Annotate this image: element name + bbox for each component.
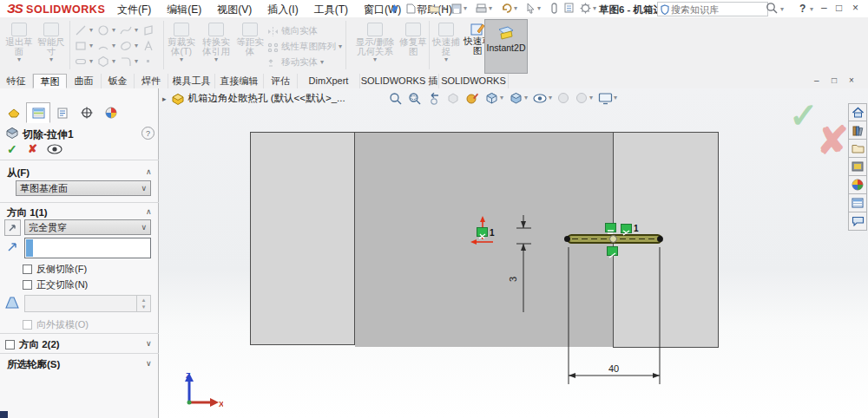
constraint-midpoint-badge[interactable] — [607, 246, 618, 256]
draft-angle-spinner[interactable]: ▴ ▾ — [24, 295, 151, 312]
chevron-up-icon[interactable]: ∧ — [146, 167, 152, 176]
select-button[interactable]: ▾ — [526, 3, 541, 14]
dimension-3[interactable] — [516, 215, 531, 312]
menu-file[interactable]: 文件(F) — [117, 3, 151, 17]
slot-center-point[interactable] — [609, 235, 617, 243]
origin-constraint-badge[interactable] — [477, 227, 488, 237]
graphics-area[interactable]: ▸ 机箱边角处散热孔 (默认<<默认>_... ▾ — [159, 88, 868, 418]
sketch-circle-tool[interactable]: ▾ — [97, 24, 115, 36]
convert-entities-button[interactable]: 转换实 体引用 ▾ — [198, 23, 234, 63]
new-document-button[interactable]: ▾ — [406, 3, 421, 14]
direction-reference-input[interactable] — [24, 238, 151, 258]
sketch-point-tool[interactable] — [142, 56, 155, 68]
window-minimize-button[interactable]: – — [821, 2, 827, 14]
custom-properties-tab-button[interactable] — [848, 194, 867, 212]
search-button[interactable] — [766, 2, 779, 18]
sketch-polygon-tool[interactable]: ▾ — [97, 56, 115, 68]
confirm-ok-button[interactable]: ✓ — [789, 95, 819, 135]
panel-help-button[interactable]: ? — [141, 127, 155, 140]
tab-evaluate[interactable]: 评估 — [264, 74, 298, 88]
help-caret-icon[interactable]: ▾ — [810, 6, 813, 13]
slot-endpoint-left[interactable] — [564, 236, 570, 242]
window-restore-button[interactable]: □ — [836, 2, 842, 14]
sketch-fillet-tool[interactable]: ▾ — [120, 56, 138, 68]
repair-sketch-button[interactable]: 修复草 图 — [398, 23, 429, 56]
menu-insert[interactable]: 插入(I) — [267, 3, 298, 17]
tab-features[interactable]: 特征 — [0, 74, 33, 88]
trim-entities-button[interactable]: 剪裁实 体(T) ▾ — [165, 23, 198, 63]
tab-direct-editing[interactable]: 直接编辑 — [215, 74, 264, 88]
pin-menubar-icon[interactable] — [389, 3, 399, 18]
sketch-text-tool[interactable] — [142, 40, 155, 52]
file-explorer-tab-button[interactable] — [848, 140, 867, 158]
spinner-buttons[interactable]: ▴ ▾ — [136, 296, 150, 311]
tab-sw-addins[interactable]: SOLIDWORKS 插件 — [360, 74, 439, 88]
direction2-checkbox[interactable]: 方向 2(2) — [5, 338, 60, 351]
dimension-40-value[interactable]: 40 — [608, 363, 619, 374]
sketch-slot-tool[interactable]: ▾ — [75, 56, 93, 68]
display-delete-relations-button[interactable]: 显示/删除 几何关系 ▾ — [351, 23, 399, 63]
search-caret-icon[interactable]: ▾ — [780, 6, 784, 13]
end-condition-combo[interactable]: 完全贯穿 ∨ — [24, 219, 151, 235]
constraint-coincident-badge[interactable] — [621, 224, 632, 233]
doc-minimize-button[interactable]: – — [814, 75, 819, 85]
sketch-arc-tool[interactable]: ▾ — [97, 40, 115, 52]
normal-cut-checkbox[interactable]: 正交切除(N) — [23, 278, 88, 291]
tab-sw-mbd[interactable]: SOLIDWORKS MBD — [439, 74, 509, 88]
attachment-icon[interactable] — [550, 3, 558, 14]
chevron-up-icon[interactable]: ∧ — [146, 207, 152, 216]
dimxpertmanager-tab[interactable] — [75, 102, 99, 123]
exit-sketch-button[interactable]: 退出草 面 ▾ — [3, 23, 35, 63]
task-list-button[interactable] — [564, 3, 574, 13]
ok-button[interactable]: ✓ — [7, 142, 17, 156]
tab-weldments[interactable]: 焊件 — [135, 74, 168, 88]
tab-surfaces[interactable]: 曲面 — [67, 74, 102, 88]
menu-edit[interactable]: 编辑(E) — [167, 3, 201, 17]
chevron-down-icon[interactable]: ∨ — [146, 359, 152, 368]
tab-sheet-metal[interactable]: 钣金 — [102, 74, 135, 88]
view-palette-tab-button[interactable] — [848, 158, 867, 176]
featuremanager-tab[interactable] — [2, 102, 26, 123]
sketch-plane-tool[interactable] — [142, 24, 155, 36]
smart-dimension-button[interactable]: 智能尺 寸 ▾ — [36, 23, 67, 63]
mirror-entities-button[interactable]: 镜向实体 — [267, 25, 318, 37]
sketch-rectangle-tool[interactable]: ▾ — [75, 40, 93, 52]
forum-tab-button[interactable] — [848, 212, 867, 231]
propertymanager-tab[interactable] — [26, 102, 50, 123]
save-button[interactable]: ▾ — [451, 3, 467, 14]
chevron-down-icon[interactable]: ∨ — [146, 339, 152, 348]
offset-entities-button[interactable]: 等距实 体 — [234, 23, 266, 56]
tab-mold-tools[interactable]: 模具工具 — [168, 74, 215, 88]
undo-button[interactable]: ▾ — [501, 3, 517, 14]
displaymanager-tab[interactable] — [99, 102, 123, 123]
doc-restore-button[interactable]: □ — [832, 75, 837, 85]
from-combo[interactable]: 草图基准面 ∨ — [16, 180, 151, 196]
appearances-tab-button[interactable] — [848, 176, 867, 194]
sketch-ellipse-tool[interactable]: ▾ — [120, 40, 138, 52]
help-button[interactable]: ? — [799, 3, 806, 15]
home-tab-button[interactable] — [848, 103, 867, 121]
configurationmanager-tab[interactable] — [50, 102, 75, 123]
cancel-button[interactable]: ✘ — [28, 142, 37, 155]
instant2d-toggle[interactable]: Instant2D — [484, 19, 528, 74]
menu-view[interactable]: 视图(V) — [217, 3, 252, 17]
preview-eye-button[interactable] — [47, 144, 62, 154]
menu-tools[interactable]: 工具(T) — [314, 3, 348, 17]
reverse-direction-button[interactable] — [4, 219, 21, 236]
sketch-line-tool[interactable]: ▾ — [75, 24, 93, 36]
flip-side-to-cut-checkbox[interactable]: 反侧切除(F) — [23, 263, 87, 276]
sketch-spline-tool[interactable]: ▾ — [120, 24, 138, 36]
tab-dimxpert[interactable]: DimXpert — [298, 74, 360, 88]
design-library-tab-button[interactable] — [848, 121, 867, 140]
options-gear-button[interactable]: ▾ — [580, 3, 596, 14]
doc-close-button[interactable]: × — [849, 75, 854, 85]
open-button[interactable]: ▾ — [429, 3, 445, 13]
confirm-cancel-button[interactable]: ✘ — [817, 118, 849, 162]
tab-sketch[interactable]: 草图 — [33, 74, 67, 88]
print-button[interactable]: ▾ — [476, 3, 492, 14]
move-entities-button[interactable]: 移动实体 ▾ — [267, 56, 324, 69]
dimension-3-value[interactable]: 3 — [508, 277, 518, 282]
search-input[interactable] — [669, 3, 753, 16]
slot-endpoint-right[interactable] — [657, 236, 663, 242]
constraint-parallel-badge[interactable] — [605, 223, 616, 232]
